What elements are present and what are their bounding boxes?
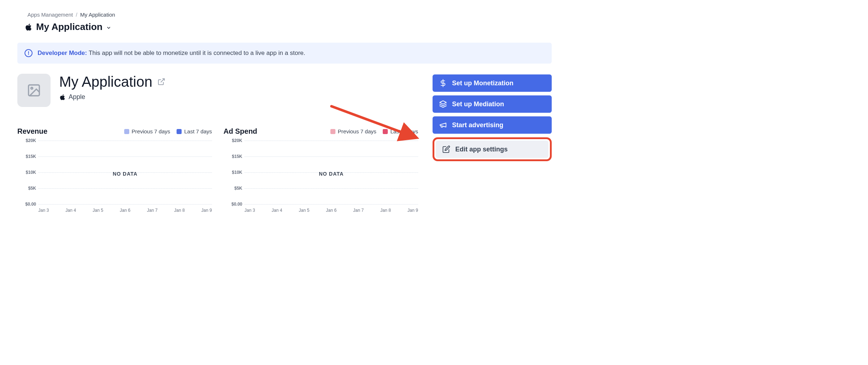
app-selector-dropdown[interactable]: My Application xyxy=(17,21,552,33)
x-tick: Jan 7 xyxy=(353,208,364,213)
button-label: Set up Mediation xyxy=(452,100,504,108)
y-tick: $15K xyxy=(223,154,242,159)
developer-mode-notice: ! Developer Mode: This app will not be a… xyxy=(17,43,552,64)
external-link-icon[interactable] xyxy=(157,78,165,86)
platform-row: Apple xyxy=(59,93,165,101)
adspend-chart-title: Ad Spend xyxy=(223,127,257,136)
x-tick: Jan 5 xyxy=(299,208,309,213)
x-tick: Jan 5 xyxy=(93,208,103,213)
adspend-no-data: NO DATA xyxy=(244,171,418,177)
adspend-chart-area: $20K $15K $10K $5K $0.00 NO DATA xyxy=(223,141,418,213)
app-icon-placeholder xyxy=(17,74,51,107)
legend-swatch xyxy=(124,129,129,134)
notice-text: Developer Mode: This app will not be abl… xyxy=(38,50,305,57)
start-advertising-button[interactable]: Start advertising xyxy=(433,116,552,134)
setup-mediation-button[interactable]: Set up Mediation xyxy=(433,95,552,113)
y-tick: $5K xyxy=(17,186,36,191)
edit-app-settings-button[interactable]: Edit app settings xyxy=(436,141,548,158)
x-tick: Jan 6 xyxy=(120,208,130,213)
y-tick: $0.00 xyxy=(17,202,36,207)
page-title: My Application xyxy=(59,74,165,90)
legend-swatch xyxy=(383,129,388,134)
app-name: My Application xyxy=(59,74,152,90)
svg-point-1 xyxy=(31,87,33,89)
x-tick: Jan 6 xyxy=(326,208,337,213)
image-placeholder-icon xyxy=(27,83,41,98)
breadcrumb-parent[interactable]: Apps Management xyxy=(27,12,73,18)
chevron-down-icon xyxy=(106,25,111,30)
button-label: Start advertising xyxy=(452,121,503,129)
breadcrumb: Apps Management / My Application xyxy=(17,12,552,18)
legend-swatch xyxy=(330,129,335,134)
svg-marker-4 xyxy=(440,101,446,104)
x-tick: Jan 4 xyxy=(272,208,282,213)
apple-icon xyxy=(25,23,32,31)
alert-icon: ! xyxy=(25,49,32,57)
x-tick: Jan 3 xyxy=(38,208,49,213)
platform-label: Apple xyxy=(69,93,85,101)
revenue-legend-prev: Previous 7 days xyxy=(124,128,170,134)
legend-swatch xyxy=(177,129,182,134)
revenue-chart-title: Revenue xyxy=(17,127,47,136)
breadcrumb-current: My Application xyxy=(80,12,115,18)
adspend-legend-last: Last 7 days xyxy=(383,128,418,134)
setup-monetization-button[interactable]: Set up Monetization xyxy=(433,74,552,92)
y-tick: $10K xyxy=(17,170,36,175)
y-tick: $20K xyxy=(17,138,36,143)
y-tick: $20K xyxy=(223,138,242,143)
svg-line-2 xyxy=(161,79,164,82)
x-tick: Jan 7 xyxy=(147,208,157,213)
layers-icon xyxy=(439,100,447,108)
y-tick: $15K xyxy=(17,154,36,159)
x-tick: Jan 8 xyxy=(380,208,391,213)
adspend-chart: Ad Spend Previous 7 days Last 7 days xyxy=(223,127,418,213)
button-label: Set up Monetization xyxy=(452,80,513,87)
revenue-chart: Revenue Previous 7 days Last 7 days xyxy=(17,127,212,213)
megaphone-icon xyxy=(439,121,447,129)
y-tick: $10K xyxy=(223,170,242,175)
x-tick: Jan 3 xyxy=(244,208,255,213)
notice-label: Developer Mode: xyxy=(38,50,87,56)
button-label: Edit app settings xyxy=(455,146,508,153)
y-tick: $0.00 xyxy=(223,202,242,207)
x-tick: Jan 4 xyxy=(65,208,76,213)
revenue-no-data: NO DATA xyxy=(38,171,212,177)
y-tick: $5K xyxy=(223,186,242,191)
adspend-legend-prev: Previous 7 days xyxy=(330,128,377,134)
dollar-icon xyxy=(439,79,447,87)
notice-body: This app will not be able to monetize un… xyxy=(88,50,305,56)
x-tick: Jan 9 xyxy=(408,208,418,213)
revenue-chart-area: $20K $15K $10K $5K $0.00 NO DATA xyxy=(17,141,212,213)
highlight-annotation: Edit app settings xyxy=(433,137,552,161)
breadcrumb-separator: / xyxy=(76,12,77,18)
x-tick: Jan 8 xyxy=(174,208,185,213)
revenue-legend-last: Last 7 days xyxy=(177,128,212,134)
apple-icon xyxy=(59,94,66,100)
x-tick: Jan 9 xyxy=(201,208,212,213)
edit-icon xyxy=(442,145,450,153)
app-selector-name: My Application xyxy=(36,21,103,33)
